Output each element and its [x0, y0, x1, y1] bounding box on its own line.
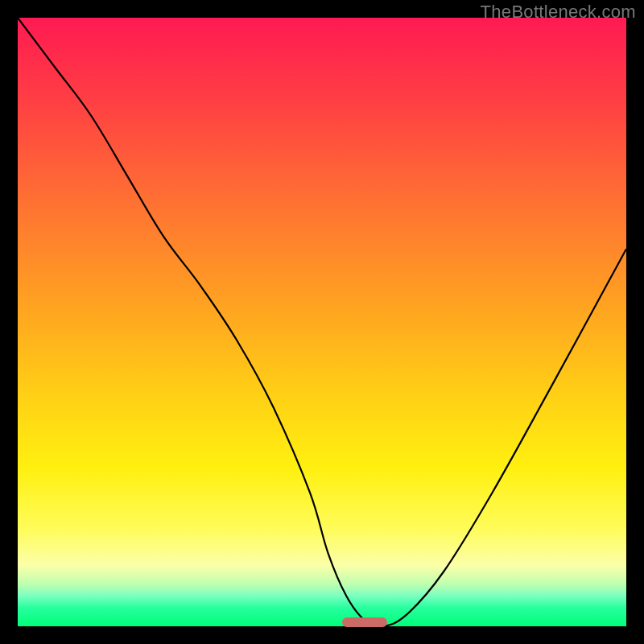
chart-frame: TheBottleneck.com: [0, 0, 644, 644]
plot-area: [18, 18, 626, 626]
curve-path: [18, 18, 626, 626]
bottleneck-curve: [18, 18, 626, 626]
watermark-label: TheBottleneck.com: [481, 2, 636, 23]
optimal-marker: [342, 617, 388, 627]
